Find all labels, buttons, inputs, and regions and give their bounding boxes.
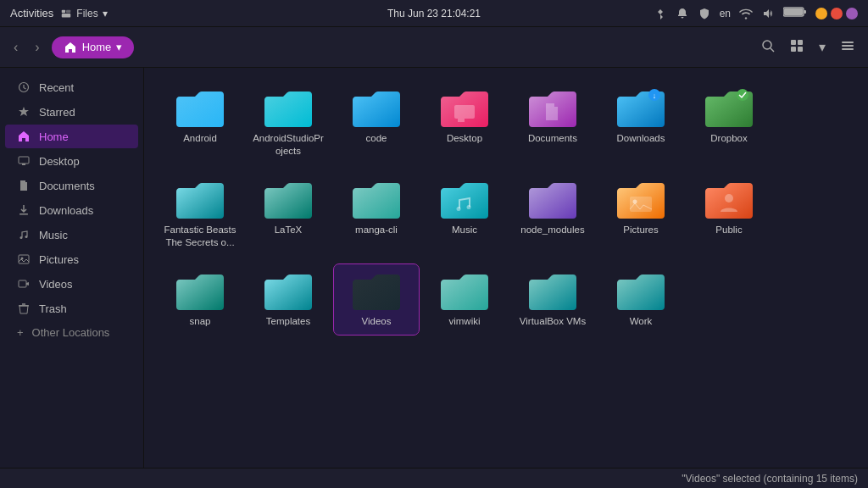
recent-icon xyxy=(17,80,31,94)
home-dropdown-arrow[interactable]: ▾ xyxy=(116,41,122,53)
pictures-icon xyxy=(17,252,31,266)
downloads-icon xyxy=(17,203,31,217)
system-tray: en xyxy=(654,6,858,20)
other-locations-item[interactable]: + Other Locations xyxy=(5,321,138,344)
folder-icon-12 xyxy=(615,180,666,220)
file-item-Documents[interactable]: Documents xyxy=(510,81,595,164)
sidebar-label-pictures: Pictures xyxy=(39,253,79,266)
file-label-17: vimwiki xyxy=(448,315,480,328)
file-item-node_modules[interactable]: node_modules xyxy=(510,173,595,256)
language-indicator[interactable]: en xyxy=(720,8,731,19)
file-item-Fantastic-Beasts-The-Secrets-o[interactable]: Fantastic Beasts The Secrets o... xyxy=(158,173,242,256)
folder-icon-13 xyxy=(704,180,754,220)
svg-rect-8 xyxy=(791,40,796,45)
svg-rect-9 xyxy=(798,40,803,45)
file-item-Videos[interactable]: Videos xyxy=(334,264,419,335)
file-label-19: Work xyxy=(630,315,653,328)
videos-icon xyxy=(17,277,31,291)
music-icon xyxy=(17,228,31,241)
files-grid: Android AndroidStudioProjects code Des xyxy=(158,81,854,335)
sidebar-item-videos[interactable]: Videos xyxy=(5,272,138,296)
folder-icon-4 xyxy=(527,88,578,129)
svg-rect-1 xyxy=(62,14,71,17)
main-content: RecentStarredHomeDesktopDocumentsDownloa… xyxy=(0,68,868,468)
toolbar-actions: ▾ xyxy=(756,36,860,59)
file-label-4: Documents xyxy=(528,132,577,145)
back-button[interactable]: ‹ xyxy=(8,36,23,58)
shield-icon xyxy=(698,7,711,20)
svg-rect-26 xyxy=(458,119,465,122)
file-item-manga-cli[interactable]: manga-cli xyxy=(334,173,419,256)
status-dots xyxy=(815,8,858,19)
forward-button[interactable]: › xyxy=(30,36,44,58)
menu-button[interactable] xyxy=(836,36,860,59)
svg-rect-0 xyxy=(62,9,65,13)
file-item-AndroidStudioProjects[interactable]: AndroidStudioProjects xyxy=(246,81,331,164)
bluetooth-icon xyxy=(654,7,667,20)
svg-rect-24 xyxy=(19,305,29,307)
svg-point-6 xyxy=(763,41,771,49)
file-item-Android[interactable]: Android xyxy=(158,81,242,164)
folder-icon-1 xyxy=(263,88,314,129)
file-item-Work[interactable]: Work xyxy=(598,264,683,335)
svg-point-34 xyxy=(725,194,733,202)
sidebar-label-home: Home xyxy=(39,130,69,143)
file-item-code[interactable]: code xyxy=(334,81,419,164)
dot-red xyxy=(831,8,843,19)
file-item-VirtualBox-VMs[interactable]: VirtualBox VMs xyxy=(510,264,595,335)
hamburger-icon xyxy=(841,39,854,53)
file-item-Templates[interactable]: Templates xyxy=(246,264,331,335)
svg-rect-11 xyxy=(798,47,803,52)
toolbar: ‹ › Home ▾ ▾ xyxy=(0,27,868,68)
sidebar-item-trash[interactable]: Trash xyxy=(5,297,138,320)
home-breadcrumb-button[interactable]: Home ▾ xyxy=(52,36,135,58)
file-label-16: Videos xyxy=(362,315,392,328)
dot-orange xyxy=(815,8,827,19)
file-item-LaTeX[interactable]: LaTeX xyxy=(246,173,331,256)
file-label-8: LaTeX xyxy=(275,224,303,236)
svg-point-20 xyxy=(25,236,28,238)
sidebar-item-downloads[interactable]: Downloads xyxy=(5,198,138,222)
svg-rect-12 xyxy=(842,42,854,43)
file-item-Downloads[interactable]: ↓ Downloads xyxy=(598,81,683,164)
svg-line-7 xyxy=(771,48,774,52)
search-button[interactable] xyxy=(756,36,780,59)
file-item-Dropbox[interactable]: Dropbox xyxy=(687,81,771,164)
folder-icon-9 xyxy=(351,180,402,220)
file-item-Pictures[interactable]: Pictures xyxy=(598,173,683,256)
documents-icon xyxy=(17,179,31,192)
svg-rect-25 xyxy=(454,105,475,119)
sort-button[interactable]: ▾ xyxy=(814,36,831,58)
svg-rect-10 xyxy=(791,47,796,52)
file-item-snap[interactable]: snap xyxy=(158,264,242,335)
view-toggle-button[interactable] xyxy=(785,36,809,59)
home-icon xyxy=(17,130,31,143)
sidebar-item-documents[interactable]: Documents xyxy=(5,174,138,197)
svg-point-31 xyxy=(467,205,471,209)
folder-icon-2 xyxy=(351,88,402,129)
svg-rect-32 xyxy=(630,197,652,212)
file-label-10: Music xyxy=(452,224,477,236)
sidebar-label-music: Music xyxy=(39,229,68,241)
app-menu-arrow[interactable]: ▾ xyxy=(103,8,108,19)
folder-icon-3 xyxy=(439,88,490,129)
sidebar-item-desktop[interactable]: Desktop xyxy=(5,149,138,173)
file-label-2: code xyxy=(366,132,387,145)
sidebar-item-music[interactable]: Music xyxy=(5,223,138,247)
file-label-15: Templates xyxy=(266,315,310,328)
sidebar-item-recent[interactable]: Recent xyxy=(5,75,138,99)
activities-button[interactable]: Activities xyxy=(10,7,53,19)
file-item-Public[interactable]: Public xyxy=(687,173,771,256)
file-item-vimwiki[interactable]: vimwiki xyxy=(422,264,507,335)
topbar: Activities Files ▾ Thu Jun 23 21:04:21 e… xyxy=(0,0,868,27)
dot-purple xyxy=(846,8,858,19)
file-item-Music[interactable]: Music xyxy=(422,173,507,256)
sidebar-item-starred[interactable]: Starred xyxy=(5,100,138,124)
file-item-Desktop[interactable]: Desktop xyxy=(422,81,507,164)
desktop-icon xyxy=(17,154,31,168)
svg-rect-4 xyxy=(784,8,803,15)
sidebar-item-pictures[interactable]: Pictures xyxy=(5,247,138,271)
sidebar-item-home[interactable]: Home xyxy=(5,125,138,148)
file-label-13: Public xyxy=(715,224,742,236)
svg-rect-2 xyxy=(66,9,70,13)
